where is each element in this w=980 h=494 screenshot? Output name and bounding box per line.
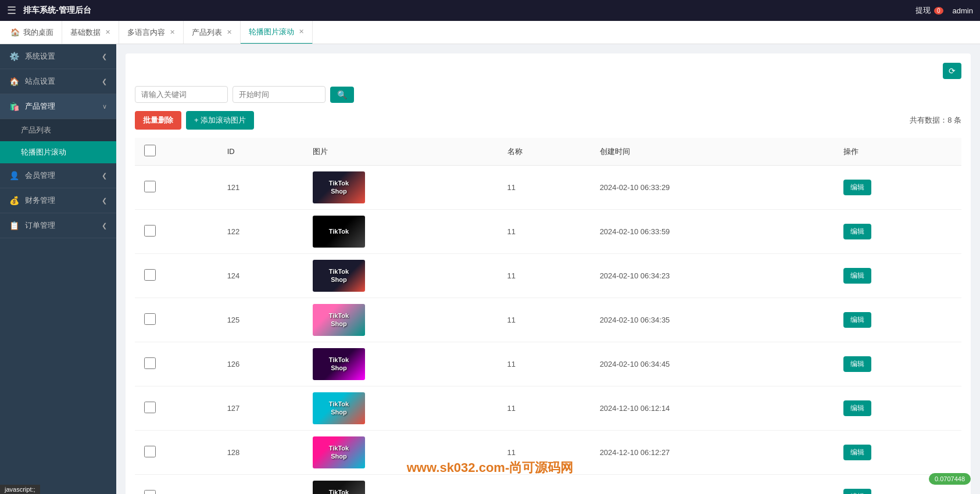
- chevron-down-icon: ∨: [102, 103, 107, 110]
- sidebar-item-order[interactable]: 📋 订单管理 ❮: [0, 213, 116, 238]
- tab-multilang-close[interactable]: ✕: [170, 28, 175, 36]
- home-sidebar-icon: 🏠: [9, 77, 19, 86]
- row-checkbox[interactable]: [144, 269, 156, 281]
- row-name: 11: [498, 475, 591, 495]
- topbar: ☰ 排车系统-管理后台 提现 0 admin: [0, 0, 980, 21]
- row-id: 121: [218, 166, 303, 210]
- tab-products[interactable]: 产品列表 ✕: [184, 21, 241, 44]
- tab-slider-label: 轮播图片滚动: [249, 27, 294, 37]
- col-name: 名称: [498, 138, 591, 166]
- sidebar-item-finance-label: 财务管理: [25, 195, 55, 206]
- row-thumbnail: TikTok Shop: [313, 481, 365, 494]
- table-row: 125 TikTok Shop 11 2024-02-10 06:34:35 编…: [135, 298, 961, 342]
- row-name: 11: [498, 166, 591, 210]
- row-id: 122: [218, 210, 303, 254]
- sidebar: ⚙️ 系统设置 ❮ 🏠 站点设置 ❮ 🛍️ 产品管理 ∨ 产品列表 轮播图片滚动: [0, 44, 116, 494]
- total-count: 共有数据：8 条: [910, 115, 961, 126]
- row-thumbnail: TikTok: [313, 216, 365, 248]
- notification-button[interactable]: 提现 0: [915, 5, 943, 16]
- row-checkbox[interactable]: [144, 313, 156, 325]
- row-name: 11: [498, 298, 591, 342]
- edit-button[interactable]: 编辑: [843, 224, 871, 239]
- row-id: 128: [218, 431, 303, 475]
- row-name: 11: [498, 210, 591, 254]
- main-content: ⟳ 🔍 批量删除 + 添加滚动图片 共有数据：8 条: [116, 44, 980, 494]
- edit-button[interactable]: 编辑: [843, 400, 871, 416]
- add-slider-button[interactable]: + 添加滚动图片: [186, 111, 254, 130]
- sidebar-item-product[interactable]: 🛍️ 产品管理 ∨: [0, 94, 116, 119]
- row-checkbox[interactable]: [144, 225, 156, 237]
- row-checkbox[interactable]: [144, 446, 156, 457]
- table-row: 127 TikTok Shop 11 2024-12-10 06:12:14 编…: [135, 386, 961, 431]
- sidebar-item-system-label: 系统设置: [25, 51, 55, 62]
- row-id: 124: [218, 254, 303, 298]
- sidebar-item-product-label: 产品管理: [25, 101, 55, 112]
- tab-basic-label: 基础数据: [70, 27, 101, 38]
- float-badge: 0.0707448: [929, 473, 971, 485]
- row-image-cell: TikTok Shop: [303, 166, 498, 210]
- row-checkbox[interactable]: [144, 357, 156, 369]
- edit-button[interactable]: 编辑: [843, 180, 871, 195]
- row-action: 编辑: [834, 298, 961, 342]
- sidebar-item-order-label: 订单管理: [25, 220, 55, 231]
- sidebar-item-slider[interactable]: 轮播图片滚动: [0, 141, 116, 163]
- toolbar-row: ⟳: [135, 63, 961, 79]
- hamburger-icon[interactable]: ☰: [7, 4, 16, 17]
- sidebar-item-member-label: 会员管理: [25, 170, 55, 181]
- tab-home[interactable]: 🏠 我的桌面: [2, 21, 62, 44]
- batch-delete-button[interactable]: 批量删除: [135, 111, 181, 130]
- edit-button[interactable]: 编辑: [843, 312, 871, 328]
- sidebar-item-site[interactable]: 🏠 站点设置 ❮: [0, 69, 116, 94]
- table-row: 121 TikTok Shop 11 2024-02-10 06:33:29 编…: [135, 166, 961, 210]
- sidebar-item-product-list[interactable]: 产品列表: [0, 119, 116, 141]
- tab-multilang[interactable]: 多语言内容 ✕: [119, 21, 184, 44]
- row-id: 125: [218, 298, 303, 342]
- sidebar-item-system[interactable]: ⚙️ 系统设置 ❮: [0, 44, 116, 69]
- row-image-cell: TikTok Shop: [303, 342, 498, 386]
- tab-products-label: 产品列表: [192, 27, 222, 38]
- row-action: 编辑: [834, 254, 961, 298]
- row-action: 编辑: [834, 210, 961, 254]
- row-name: 11: [498, 254, 591, 298]
- edit-button[interactable]: 编辑: [843, 489, 871, 494]
- date-input[interactable]: [233, 86, 326, 103]
- edit-button[interactable]: 编辑: [843, 445, 871, 460]
- table-row: 124 TikTok Shop 11 2024-02-10 06:34:23 编…: [135, 254, 961, 298]
- search-button[interactable]: 🔍: [330, 87, 354, 103]
- row-checkbox[interactable]: [144, 490, 156, 494]
- row-action: 编辑: [834, 342, 961, 386]
- refresh-button[interactable]: ⟳: [943, 63, 961, 79]
- row-checkbox-cell: [135, 210, 218, 254]
- edit-button[interactable]: 编辑: [843, 268, 871, 284]
- select-all-checkbox[interactable]: [144, 145, 156, 156]
- admin-menu[interactable]: admin: [953, 6, 973, 15]
- app-title: 排车系统-管理后台: [23, 5, 91, 16]
- order-icon: 📋: [9, 221, 19, 230]
- sidebar-item-member[interactable]: 👤 会员管理 ❮: [0, 163, 116, 188]
- row-checkbox-cell: [135, 475, 218, 495]
- data-table: ID 图片 名称 创建时间 操作 121 TikTok Shop 11: [135, 138, 961, 494]
- col-action: 操作: [834, 138, 961, 166]
- row-name: 11: [498, 342, 591, 386]
- tab-basic[interactable]: 基础数据 ✕: [62, 21, 119, 44]
- topbar-left: ☰ 排车系统-管理后台: [7, 4, 91, 17]
- row-checkbox[interactable]: [144, 181, 156, 192]
- row-checkbox-cell: [135, 342, 218, 386]
- chevron-right-icon: ❮: [102, 53, 107, 60]
- row-image-cell: TikTok Shop: [303, 475, 498, 495]
- col-id: ID: [218, 138, 303, 166]
- tabbar: 🏠 我的桌面 基础数据 ✕ 多语言内容 ✕ 产品列表 ✕ 轮播图片滚动 ✕: [0, 21, 980, 44]
- statusbar: javascript:;: [0, 485, 40, 494]
- tab-slider[interactable]: 轮播图片滚动 ✕: [241, 21, 313, 44]
- row-checkbox[interactable]: [144, 402, 156, 413]
- sidebar-item-finance[interactable]: 💰 财务管理 ❮: [0, 188, 116, 213]
- keyword-input[interactable]: [135, 86, 228, 103]
- row-image-cell: TikTok Shop: [303, 298, 498, 342]
- tab-slider-close[interactable]: ✕: [299, 28, 304, 35]
- tab-basic-close[interactable]: ✕: [105, 28, 110, 36]
- tab-products-close[interactable]: ✕: [227, 28, 232, 36]
- col-created: 创建时间: [591, 138, 834, 166]
- row-image-cell: TikTok Shop: [303, 386, 498, 431]
- edit-button[interactable]: 编辑: [843, 356, 871, 372]
- row-image-cell: TikTok Shop: [303, 431, 498, 475]
